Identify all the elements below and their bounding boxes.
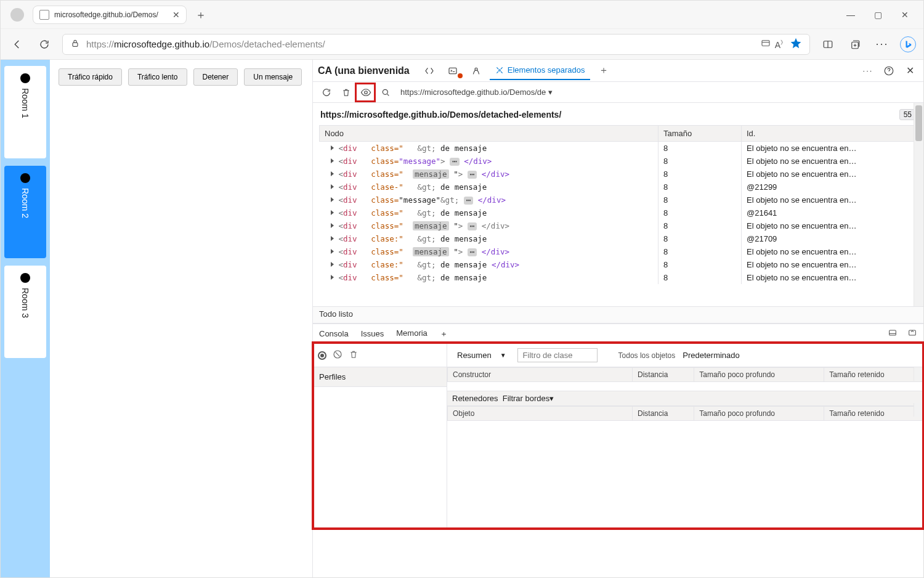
column-header[interactable]: Distancia (633, 368, 694, 382)
scope-label: Todos los objetos (618, 351, 676, 360)
room-label: Room 1 (20, 88, 30, 118)
traffic-button[interactable]: Tráfico rápido (59, 68, 122, 86)
table-row[interactable]: <div class="message"&gt; ⋯ </div>8El obj… (320, 193, 917, 206)
room-label: Room 3 (20, 288, 30, 318)
room-2[interactable]: Room 2 (4, 166, 46, 258)
table-row[interactable]: <div class="message"> ⋯ </div>8El objeto… (320, 155, 917, 168)
group-header: https://microsoftedge.github.io/Demos/de… (319, 107, 917, 125)
drawer-add-tab[interactable]: ＋ (440, 325, 448, 343)
mem-scrollbar-1[interactable] (914, 367, 923, 381)
svg-point-8 (365, 91, 368, 94)
constructor-table: ConstructorDistanciaTamaño poco profundo… (447, 367, 923, 382)
traffic-button[interactable]: Un mensaje (244, 68, 302, 86)
memory-panel: Perfiles Resumen▼ Filtro de clase Todos … (313, 344, 923, 529)
app-icon[interactable] (760, 38, 771, 51)
table-row[interactable]: <div clase:" &gt; de mensaje8@21709 (320, 232, 917, 245)
devtools-pane: CA (una bienvenida Elementos separados ＋… (313, 60, 923, 577)
drawer-tab[interactable]: Memoria (396, 325, 428, 343)
page-controls: Tráfico rápidoTráfico lentoDetenerUn men… (50, 60, 312, 577)
scrollbar[interactable] (914, 103, 923, 306)
console-tab-icon[interactable] (443, 62, 463, 79)
col-node[interactable]: Nodo (320, 126, 659, 142)
record-button[interactable] (318, 351, 326, 360)
column-header[interactable]: Tamaño poco profundo (694, 368, 824, 382)
devtools-tabbar: CA (una bienvenida Elementos separados ＋… (313, 60, 923, 82)
reload-button[interactable] (35, 35, 54, 54)
class-filter-input[interactable]: Filtro de clase (517, 348, 598, 362)
devtools-drawer: ConsolaIssuesMemoria ＋ Perfiles (313, 324, 923, 529)
status-bar: Todo listo (313, 306, 923, 324)
traffic-button[interactable]: Detener (193, 68, 238, 86)
url-filter[interactable]: https://microsoftedge.github.io/Demos/de… (400, 88, 553, 97)
clear-button[interactable] (333, 349, 342, 361)
more-icon[interactable]: ··· (873, 35, 891, 54)
svg-rect-4 (449, 68, 456, 73)
profile-avatar[interactable] (10, 8, 24, 22)
lock-icon (70, 38, 80, 50)
detached-list[interactable]: https://microsoftedge.github.io/Demos/de… (313, 103, 923, 306)
demo-page: Room 1Room 2Room 3 Tráfico rápidoTráfico… (1, 60, 313, 577)
svg-point-9 (383, 89, 387, 94)
eye-icon[interactable] (357, 84, 375, 101)
add-tab-button[interactable]: ＋ (594, 60, 614, 81)
column-header[interactable]: Tamaño retenido (824, 368, 923, 382)
memory-controls: Resumen▼ Filtro de clase Todos los objet… (447, 344, 923, 367)
retainers-bar: Retenedores Filtrar bordes▾ (447, 391, 923, 406)
refresh-icon[interactable] (318, 84, 335, 101)
elements-tab-icon[interactable] (419, 62, 439, 79)
col-id[interactable]: Id. (742, 126, 917, 142)
table-row[interactable]: <div class=" mensaje "> ⋯ </div>8El obje… (320, 219, 917, 232)
detached-elements-tab[interactable]: Elementos separados (490, 62, 590, 80)
favicon-icon (39, 10, 49, 20)
table-row[interactable]: <div class=" &gt; de mensaje8@21641 (320, 206, 917, 219)
new-tab-button[interactable]: ＋ (195, 7, 206, 22)
column-header[interactable]: Tamaño retenido (824, 407, 923, 421)
summary-select[interactable]: Resumen▼ (452, 349, 511, 362)
browser-tab[interactable]: microsoftedge.github.io/Demos/ ✕ (33, 6, 187, 24)
window-maximize[interactable]: ▢ (864, 10, 891, 20)
drawer-tab[interactable]: Consola (319, 325, 349, 342)
close-tab-icon[interactable]: ✕ (172, 10, 180, 20)
reading-icon[interactable]: A》 (775, 39, 786, 50)
window-close[interactable]: ✕ (891, 10, 918, 20)
sources-tab-icon[interactable] (466, 62, 486, 79)
split-screen-icon[interactable] (819, 35, 837, 54)
expand-icon[interactable] (907, 328, 917, 340)
mem-scrollbar-2[interactable] (914, 403, 923, 417)
table-row[interactable]: <div class=" &gt; de mensaje8El objeto n… (320, 271, 917, 284)
drawer-tabbar: ConsolaIssuesMemoria ＋ (313, 324, 923, 344)
devtools-close-icon[interactable]: ✕ (901, 62, 918, 79)
dock-icon[interactable] (888, 328, 898, 340)
table-row[interactable]: <div class=" mensaje "> ⋯ </div>8El obje… (320, 245, 917, 258)
memory-toolbar (313, 344, 447, 367)
drawer-tab[interactable]: Issues (361, 325, 384, 342)
devtools-more-icon[interactable]: ··· (859, 62, 877, 79)
room-1[interactable]: Room 1 (4, 66, 46, 158)
favorite-icon[interactable] (790, 37, 802, 51)
back-button[interactable] (8, 35, 26, 54)
table-row[interactable]: <div clase:" &gt; de mensaje </div>8El o… (320, 258, 917, 271)
address-bar[interactable]: https://microsoftedge.github.io/Demos/de… (62, 34, 810, 55)
table-row[interactable]: <div class=" mensaje "> ⋯ </div>8El obje… (320, 168, 917, 181)
traffic-button[interactable]: Tráfico lento (128, 68, 187, 86)
devtools-help-icon[interactable] (880, 62, 898, 79)
detached-toolbar: https://microsoftedge.github.io/Demos/de… (313, 82, 923, 103)
table-row[interactable]: <div class=" &gt; de mensaje8El objeto n… (320, 142, 917, 155)
col-size[interactable]: Tamaño (659, 126, 742, 142)
status-dot-icon (20, 273, 30, 283)
room-3[interactable]: Room 3 (4, 266, 46, 358)
default-select[interactable]: Predeterminado (681, 349, 745, 362)
column-header[interactable]: Objeto (448, 407, 633, 421)
svg-rect-10 (890, 330, 896, 335)
column-header[interactable]: Tamaño poco profundo (694, 407, 824, 421)
collections-icon[interactable] (846, 35, 864, 54)
column-header[interactable]: Distancia (633, 407, 694, 421)
bing-button[interactable] (900, 36, 916, 52)
table-row[interactable]: <div clase-" &gt; de mensaje8@21299 (320, 181, 917, 193)
delete-icon[interactable] (338, 84, 355, 101)
svg-rect-1 (762, 41, 769, 46)
window-minimize[interactable]: — (837, 10, 864, 20)
column-header[interactable]: Constructor (448, 368, 633, 382)
trash-button[interactable] (349, 349, 359, 361)
search-icon[interactable] (377, 84, 394, 101)
